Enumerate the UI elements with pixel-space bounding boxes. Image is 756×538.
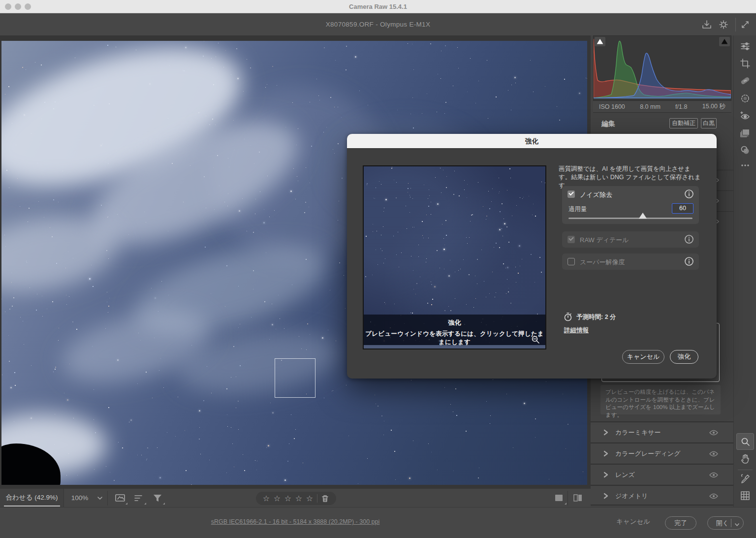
preview-hint-line1: プレビューウィンドウを表示するには、クリックして押したままにします <box>364 330 545 347</box>
white-balance-eyedropper-icon[interactable] <box>739 473 751 484</box>
rating-star[interactable]: ☆ <box>261 492 272 505</box>
panel-lens[interactable]: レンズ <box>591 464 733 484</box>
panel-color-mixer[interactable]: カラーミキサー <box>591 421 733 442</box>
chevron-right-icon[interactable] <box>602 450 609 457</box>
histogram[interactable] <box>593 35 731 101</box>
eye-icon[interactable] <box>709 429 719 437</box>
zoom-magnifier-icon[interactable] <box>739 436 751 447</box>
panel-color-grading[interactable]: カラーグレーディング <box>591 443 733 463</box>
rating-star[interactable]: ☆ <box>272 492 283 505</box>
color-space-info-link[interactable]: sRGB IEC61966-2.1 - 16 bit - 5184 x 3888… <box>0 518 591 525</box>
edit-panel-title: 編集 <box>601 120 615 128</box>
enhance-preview[interactable]: 強化 プレビューウィンドウを表示するには、クリックして押したままにします (強化… <box>363 165 546 349</box>
panel-label: レンズ <box>615 471 635 479</box>
zoom-out-magnifier-icon[interactable] <box>531 335 540 345</box>
iso-value: ISO 1600 <box>599 103 625 110</box>
auto-correct-button[interactable]: 自動補正 <box>669 118 698 128</box>
open-split-button[interactable]: 開く <box>707 516 744 530</box>
open-chevron-down-icon[interactable] <box>733 520 741 527</box>
app-header: X8070859.ORF - Olympus E-M1X <box>0 14 756 35</box>
red-eye-icon[interactable] <box>739 110 751 122</box>
before-after-view-icon[interactable] <box>572 493 584 504</box>
select-image-icon[interactable] <box>114 493 126 504</box>
preview-overlay-title: 強化 <box>364 318 545 327</box>
black-white-button[interactable]: 白黒 <box>701 118 717 128</box>
rating-star[interactable]: ☆ <box>304 492 315 505</box>
super-resolution-label: スーパー解像度 <box>580 258 625 267</box>
zoom-level-chevron-down-icon[interactable] <box>95 494 104 502</box>
denoise-info-icon[interactable] <box>684 189 694 199</box>
eye-icon[interactable] <box>709 450 719 458</box>
amount-slider-thumb[interactable] <box>639 213 647 219</box>
snapshots-icon[interactable] <box>739 127 751 139</box>
aperture-value: f/1.8 <box>675 103 687 110</box>
dialog-cancel-button[interactable]: キャンセル <box>622 350 664 364</box>
preview-area-selection-rect[interactable] <box>275 358 315 398</box>
camera-raw-window: Camera Raw 15.4.1 X8070859.ORF - Olympus… <box>0 0 756 538</box>
super-resolution-option-box: スーパー解像度 <box>562 253 699 270</box>
panel-geometry[interactable]: ジオメトリ <box>591 485 733 506</box>
sort-order-icon[interactable] <box>133 493 145 504</box>
zoom-level-value[interactable]: 100% <box>64 489 95 507</box>
edit-panel-header: 編集 自動補正 白黒 <box>591 116 733 132</box>
more-info-link[interactable]: 詳細情報 <box>564 326 589 335</box>
panel-label: カラーグレーディング <box>615 449 680 458</box>
super-resolution-info-icon[interactable] <box>684 256 694 266</box>
masking-icon[interactable] <box>739 93 751 104</box>
single-view-icon[interactable] <box>553 493 565 504</box>
edit-sliders-icon[interactable] <box>739 40 751 52</box>
fullscreen-icon[interactable] <box>739 19 751 31</box>
amount-slider[interactable] <box>568 218 693 219</box>
zoom-fit-button[interactable]: 合わせる (42.9%) <box>0 489 64 507</box>
rating-pill: ☆ ☆ ☆ ☆ ☆ <box>256 492 336 505</box>
tool-column <box>733 35 756 507</box>
raw-detail-info-icon[interactable] <box>684 234 694 244</box>
raw-detail-checkbox[interactable] <box>567 236 575 243</box>
zoom-fit-label: 合わせる (42.9%) <box>6 494 58 501</box>
presets-icon[interactable] <box>739 144 751 156</box>
button-divider <box>731 519 731 527</box>
raw-detail-option-box: RAW ディテール <box>562 231 699 248</box>
bottom-bar: sRGB IEC61966-2.1 - 16 bit - 5184 x 3888… <box>0 507 756 538</box>
panel-label: カラーミキサー <box>615 428 661 437</box>
grid-overlay-icon[interactable] <box>739 490 751 502</box>
chevron-right-icon[interactable] <box>602 429 609 436</box>
rating-star[interactable]: ☆ <box>293 492 304 505</box>
denoise-checkbox[interactable] <box>567 190 575 198</box>
hand-tool-icon[interactable] <box>739 453 751 465</box>
shutter-value: 15.00 秒 <box>702 102 725 111</box>
pill-divider <box>317 494 317 503</box>
filename-title: X8070859.ORF - Olympus E-M1X <box>0 14 756 35</box>
open-button-label[interactable]: 開く <box>713 517 732 529</box>
estimate-text: 予測時間: 2 分 <box>576 313 616 321</box>
amount-value-field[interactable]: 60 <box>672 203 693 214</box>
rating-star[interactable]: ☆ <box>283 492 293 505</box>
cancel-button[interactable]: キャンセル <box>616 517 650 526</box>
filter-funnel-icon[interactable] <box>152 493 163 504</box>
crop-icon[interactable] <box>739 58 751 69</box>
amount-label: 適用量 <box>568 205 587 214</box>
preview-zoom-tooltip: プレビューの精度を上げるには、このパネルのコントロールを調整するときに、プレビュ… <box>600 385 721 414</box>
reject-trash-icon[interactable] <box>319 492 330 505</box>
header-divider <box>735 18 736 32</box>
save-image-icon[interactable] <box>701 19 713 31</box>
eye-icon[interactable] <box>709 492 719 500</box>
healing-bandaid-icon[interactable] <box>739 75 751 87</box>
denoise-option-box: ノイズ除去 適用量 60 <box>562 186 699 224</box>
preview-bottom-strip <box>364 345 545 348</box>
toolbar-divider <box>107 491 108 506</box>
more-options-icon[interactable] <box>739 159 751 171</box>
chevron-right-icon[interactable] <box>602 471 609 478</box>
done-button[interactable]: 完了 <box>665 516 696 530</box>
shadow-clipping-indicator[interactable] <box>595 37 605 46</box>
viewer-toolbar: 合わせる (42.9%) 100% ☆ ☆ <box>0 488 591 507</box>
preferences-gear-icon[interactable] <box>718 19 729 31</box>
raw-detail-label: RAW ディテール <box>580 236 629 245</box>
eye-icon[interactable] <box>709 471 719 479</box>
chevron-right-icon[interactable] <box>602 492 609 500</box>
super-resolution-checkbox[interactable] <box>567 258 575 265</box>
panel-label: ジオメトリ <box>615 492 648 501</box>
preview-overlay: 強化 プレビューウィンドウを表示するには、クリックして押したままにします (強化… <box>364 315 545 347</box>
dialog-enhance-button[interactable]: 強化 <box>670 350 698 364</box>
highlight-clipping-indicator[interactable] <box>719 37 730 46</box>
